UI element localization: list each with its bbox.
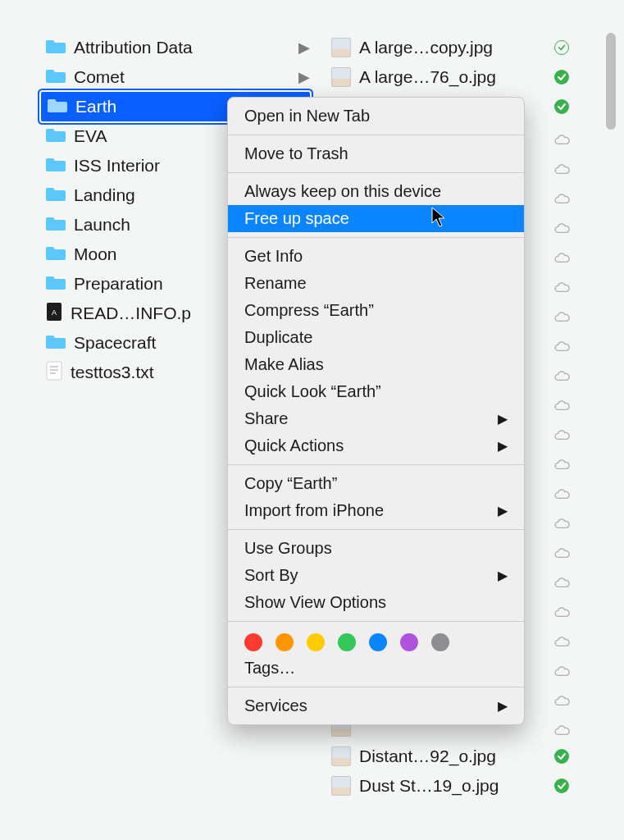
folder-icon [46,38,66,58]
menu-item-copy-earth-[interactable]: Copy “Earth” [228,470,524,497]
menu-separator [228,135,524,135]
chevron-right-icon: ▶ [297,68,312,86]
menu-item-rename[interactable]: Rename [228,270,524,297]
menu-item-show-view-options[interactable]: Show View Options [228,589,524,616]
menu-separator [228,621,524,622]
svg-text:A: A [52,308,57,317]
submenu-chevron-icon: ▶ [498,568,508,583]
file-item[interactable]: A large…copy.jpg [325,33,571,62]
cloud-icon [553,692,571,703]
scrollbar-thumb[interactable] [606,33,616,130]
menu-item-compress-earth-[interactable]: Compress “Earth” [228,297,524,324]
menu-item-label: Use Groups [244,539,332,558]
menu-item-label: Open in New Tab [244,107,370,126]
submenu-chevron-icon: ▶ [498,698,508,714]
menu-item-quick-look-earth-[interactable]: Quick Look “Earth” [228,378,524,405]
menu-item-label: Quick Actions [244,436,344,455]
menu-item-label: Tags… [244,659,295,678]
tag-color-4[interactable] [369,633,387,651]
cloud-icon [553,396,571,408]
cloud-icon [553,573,571,585]
folder-icon [46,274,66,294]
menu-item-services[interactable]: Services▶ [228,692,524,719]
file-label: Distant…92_o.jpg [359,746,544,766]
menu-item-share[interactable]: Share▶ [228,405,524,432]
tag-color-6[interactable] [431,633,449,651]
folder-icon [46,215,66,235]
file-item[interactable]: Dust St…19_o.jpg [325,771,571,801]
image-thumbnail-icon [331,38,351,57]
context-menu: Open in New TabMove to TrashAlways keep … [227,97,525,725]
menu-item-label: Compress “Earth” [244,301,374,320]
cloud-icon [553,455,571,467]
menu-item-label: Import from iPhone [244,501,384,520]
menu-item-move-to-trash[interactable]: Move to Trash [228,140,524,167]
cloud-icon [553,544,571,555]
tag-color-1[interactable] [276,633,294,651]
cloud-icon [553,219,571,231]
menu-item-label: Sort By [244,566,298,585]
file-item[interactable]: A large…76_o.jpg [325,62,571,92]
submenu-chevron-icon: ▶ [498,411,508,427]
downloaded-icon [553,70,571,84]
image-thumbnail-icon [331,746,351,766]
cloud-icon [553,514,571,526]
menu-item-tags[interactable]: Tags… [228,655,524,682]
menu-item-open-in-new-tab[interactable]: Open in New Tab [228,103,524,130]
menu-item-use-groups[interactable]: Use Groups [228,535,524,562]
submenu-chevron-icon: ▶ [498,438,508,454]
file-label: A large…copy.jpg [359,38,544,57]
cloud-icon [553,160,571,171]
cloud-icon [553,189,571,201]
cloud-icon [553,337,571,349]
menu-item-label: Rename [244,274,307,293]
pdf-icon: A [46,302,62,326]
menu-item-import-from-iphone[interactable]: Import from iPhone▶ [228,497,524,524]
menu-separator [228,172,524,173]
chevron-right-icon: ▶ [297,39,312,57]
item-label: Comet [74,67,289,87]
cloud-icon [553,632,571,644]
menu-item-make-alias[interactable]: Make Alias [228,351,524,378]
menu-item-label: Quick Look “Earth” [244,382,381,401]
menu-item-get-info[interactable]: Get Info [228,243,524,270]
cloud-icon [553,426,571,437]
tag-color-3[interactable] [338,633,356,651]
folder-icon [46,67,66,88]
tag-color-5[interactable] [400,633,418,651]
scrollbar-track[interactable] [606,33,617,820]
menu-item-label: Always keep on this device [244,182,441,201]
folder-icon [46,244,66,265]
menu-item-free-up-space[interactable]: Free up space [228,205,524,232]
menu-item-label: Copy “Earth” [244,474,337,493]
submenu-chevron-icon: ▶ [498,503,508,518]
cloud-icon [553,367,571,378]
cloud-icon [553,249,571,260]
file-label: Dust St…19_o.jpg [359,776,544,796]
folder-icon [46,185,66,206]
downloaded-icon [553,99,571,114]
menu-item-label: Share [244,409,288,428]
menu-item-sort-by[interactable]: Sort By▶ [228,562,524,589]
image-thumbnail-icon [331,67,351,87]
folder-item-attribution-data[interactable]: Attribution Data▶ [39,33,312,62]
tag-color-0[interactable] [244,633,262,651]
menu-separator [228,687,524,687]
cloud-icon [553,130,571,142]
menu-separator [228,529,524,530]
tag-color-2[interactable] [307,633,325,651]
downloaded-icon [553,749,571,764]
txt-icon [46,361,62,385]
menu-separator [228,464,524,465]
menu-item-duplicate[interactable]: Duplicate [228,324,524,351]
image-thumbnail-icon [331,776,351,796]
folder-icon [46,156,66,176]
file-label: A large…76_o.jpg [359,67,544,87]
menu-item-label: Free up space [244,209,349,228]
menu-item-always-keep-on-this-device[interactable]: Always keep on this device [228,178,524,205]
menu-item-label: Make Alias [244,355,324,374]
folder-icon [46,333,66,354]
folder-item-comet[interactable]: Comet▶ [39,62,312,92]
file-item[interactable]: Distant…92_o.jpg [325,742,571,771]
menu-item-quick-actions[interactable]: Quick Actions▶ [228,432,524,459]
